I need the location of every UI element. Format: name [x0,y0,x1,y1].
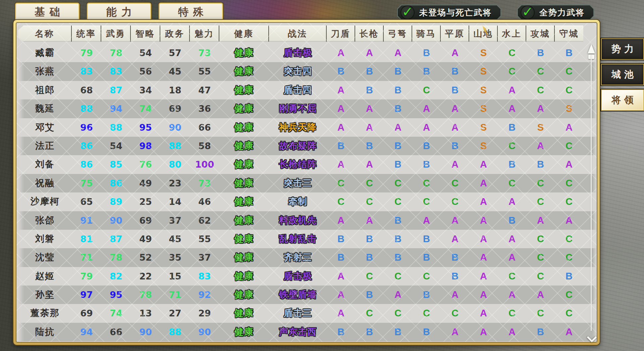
stat-cell: 96 [72,118,101,137]
column-header-3[interactable]: 智略 [131,26,160,42]
column-header-14[interactable]: 水上 [498,26,526,42]
side-button-generals[interactable]: 将领 [601,89,644,111]
grade-cell: A [526,286,555,304]
grade-cell: C [526,304,555,322]
name-cell: 魏延 [18,99,72,118]
table-row[interactable]: 张郃9190693762健康料敌机先AABAAABAA [18,211,597,230]
stat-cell: 87 [101,230,131,248]
grade-cell: C [526,248,555,267]
stat-cell: 86 [72,155,101,174]
table-row[interactable]: 孙坚9795787192健康铁壁盾墙ABABAAAAC [18,286,597,304]
table-row[interactable]: 邓艾9688959066健康神兵天降AAAAASBSA [18,118,597,137]
stat-cell: 81 [72,230,101,248]
column-header-5[interactable]: 魅力 [190,26,219,42]
side-button-faction[interactable]: 势力 [601,38,644,60]
grade-cell: B [355,81,384,99]
health-cell: 健康 [219,304,269,322]
stat-cell: 23 [160,174,190,192]
side-button-city[interactable]: 城池 [601,64,644,85]
column-header-1[interactable]: 统率 [72,26,101,42]
column-header-13[interactable]: 山地 [469,26,498,42]
column-header-7[interactable]: 战法 [269,26,327,42]
table-row[interactable]: 沙摩柯6589251446健康牵制CCCCCAACC [18,192,597,211]
grade-cell: A [441,99,469,118]
table-row[interactable]: 董荼那6974132729健康盾击三ACCCCACCC [18,304,597,322]
scroll-track[interactable] [591,55,592,331]
stat-cell: 74 [101,304,131,322]
stat-cell: 29 [190,304,219,322]
table-row[interactable]: 魏延8894746936健康刚勇不屈AABAASAAS [18,99,597,118]
tactic-cell: 长枪结阵 [269,155,327,174]
tactic-cell: 盾击三 [269,304,327,322]
column-header-10[interactable]: 弓弩 [384,26,412,42]
column-header-4[interactable]: 政务 [160,26,190,42]
stat-cell: 49 [131,174,160,192]
grade-cell: A [526,211,555,230]
name-cell: 张燕 [18,62,72,81]
grade-cell: B [498,155,526,174]
grade-cell: A [469,174,498,192]
grade-cell: C [441,174,469,192]
stat-cell: 73 [190,174,219,192]
checkbox-checked-icon[interactable]: ✓ [400,5,415,19]
column-header-2[interactable]: 武勇 [101,26,131,42]
stat-cell: 69 [160,99,190,118]
table-row[interactable]: 刘磐8187494555健康乱射乱击BBBBAAACC [18,230,597,248]
stat-cell: 45 [160,230,190,248]
column-header-16[interactable]: 守城 [555,26,583,42]
grade-cell: A [355,211,384,230]
tab-ability[interactable]: 能力 [87,3,151,21]
table-row[interactable]: 张燕8383564555健康突击四BBBBBSCCC [18,62,597,81]
name-cell: 董荼那 [18,304,72,322]
stat-cell: 49 [131,230,160,248]
grade-cell: C [412,267,441,286]
grade-cell: A [441,118,469,137]
table-row[interactable]: 祖郎6887341847健康盾击四ABBCBSACC [18,81,597,99]
grade-cell: S [555,99,583,118]
stat-cell: 82 [101,267,131,286]
stat-cell: 45 [160,62,190,81]
stat-cell: 86 [101,174,131,192]
tab-basic[interactable]: 基础 [15,3,79,21]
column-header-6[interactable]: 健康 [219,26,269,42]
grade-cell: A [498,286,526,304]
name-cell: 张郃 [18,211,72,230]
column-header-0[interactable]: 名称 [18,26,72,42]
grade-cell: B [441,137,469,155]
column-header-15[interactable]: 攻城 [526,26,555,42]
column-header-9[interactable]: 长枪 [355,26,384,42]
grade-cell: A [327,81,355,99]
stat-cell: 65 [72,192,101,211]
tactic-cell: 盾击极 [269,267,327,286]
filter-all-factions[interactable]: ✓ 全势力武将 [517,5,594,20]
table-row[interactable]: 臧霸7978545773健康盾击极AAABASCBB [18,44,597,62]
table-row[interactable]: 沈莹7178523537健康齐射三BBBBBAACC [18,248,597,267]
scroll-up-icon[interactable] [588,44,595,53]
grade-cell: C [555,286,583,304]
stat-cell: 100 [190,155,219,174]
table-row[interactable]: 法正8654988858健康故布疑阵BBBBBSCAC [18,137,597,155]
table-row[interactable]: 陆抗9466908890健康声东击西BBBBAAABA [18,323,597,341]
grade-cell: B [526,44,555,62]
stat-cell: 83 [190,267,219,286]
grade-cell: A [327,304,355,322]
stat-cell: 47 [190,81,219,99]
column-header-12[interactable]: 平原 [441,26,469,42]
grade-cell: B [355,137,384,155]
table-row[interactable]: 祝融7586492373健康突击三CCCCCACCC [18,174,597,192]
scrollbar[interactable] [588,44,595,341]
checkbox-checked-icon[interactable]: ✓ [521,5,535,19]
name-cell: 陆抗 [18,323,72,341]
table-row[interactable]: 刘备86857680100健康长枪结阵AABBAABBA [18,155,597,174]
stat-cell: 76 [131,155,160,174]
tab-ability-label: 能力 [102,5,137,19]
tab-special[interactable]: 特殊 [159,3,223,21]
column-header-11[interactable]: 骑马 [412,26,441,42]
grade-cell: S [469,44,498,62]
table-row[interactable]: 赵姬7982221583健康盾击极ACCCBACCB [18,267,597,286]
name-cell: 邓艾 [18,118,72,137]
column-header-8[interactable]: 刀盾 [327,26,355,42]
grade-cell: C [355,267,384,286]
filter-unappeared-dead[interactable]: ✓ 未登场与死亡武将 [397,5,501,20]
stat-cell: 46 [190,192,219,211]
